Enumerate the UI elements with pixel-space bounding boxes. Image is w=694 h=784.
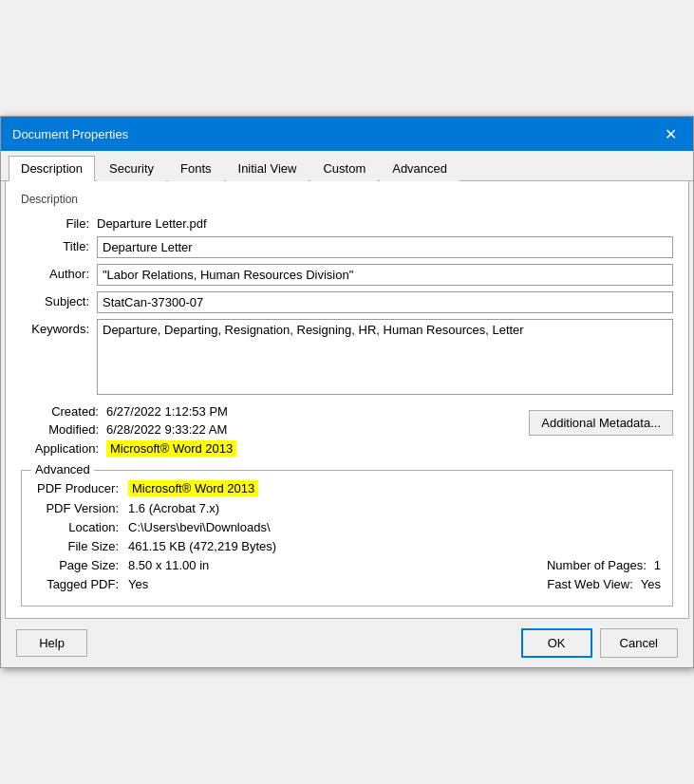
application-value: Microsoft® Word 2013 [106,440,236,457]
metadata-area: Created: 6/27/2022 1:12:53 PM Modified: … [21,404,673,460]
tab-custom[interactable]: Custom [310,156,378,181]
location-value: C:\Users\bevi\Downloads\ [128,520,271,534]
modified-value: 6/28/2022 9:33:22 AM [106,422,227,437]
keywords-input[interactable]: Departure, Departing, Resignation, Resig… [97,319,673,395]
close-button[interactable]: ✕ [659,122,682,145]
file-label: File: [21,214,97,231]
location-label: Location: [33,520,128,534]
pdf-version-value: 1.6 (Acrobat 7.x) [128,501,219,515]
file-value: Departure Letter.pdf [97,214,207,231]
page-size-left: Page Size: 8.50 x 11.00 in [33,558,414,572]
title-input[interactable] [97,236,673,258]
tab-advanced[interactable]: Advanced [380,156,460,181]
dialog-body: Description File: Departure Letter.pdf T… [5,181,689,619]
file-size-value: 461.15 KB (472,219 Bytes) [128,539,276,553]
tagged-pdf-label: Tagged PDF: [33,577,128,591]
pdf-version-label: PDF Version: [33,501,128,515]
additional-metadata-button[interactable]: Additional Metadata... [529,410,673,436]
page-size-label: Page Size: [33,558,128,572]
tagged-pdf-row: Tagged PDF: Yes Fast Web View: Yes [33,577,661,591]
file-field-row: File: Departure Letter.pdf [21,214,673,231]
file-size-label: File Size: [33,539,128,553]
subject-label: Subject: [21,291,97,308]
tab-bar: Description Security Fonts Initial View … [1,151,693,181]
created-label: Created: [21,404,106,419]
metadata-block: Created: 6/27/2022 1:12:53 PM Modified: … [21,404,529,460]
tab-fonts[interactable]: Fonts [168,156,224,181]
num-pages-value: 1 [654,558,661,572]
application-row: Application: Microsoft® Word 2013 [21,440,529,457]
description-fields: File: Departure Letter.pdf Title: Author… [21,214,673,395]
footer-right: OK Cancel [521,628,678,658]
document-properties-dialog: Document Properties ✕ Description Securi… [0,116,694,668]
ok-button[interactable]: OK [521,628,592,658]
pdf-producer-label: PDF Producer: [33,481,128,495]
subject-field-row: Subject: [21,291,673,313]
tab-description[interactable]: Description [9,156,95,181]
author-label: Author: [21,264,97,281]
help-button[interactable]: Help [16,629,87,657]
tagged-pdf-left: Tagged PDF: Yes [33,577,414,591]
keywords-label: Keywords: [21,319,97,336]
fast-web-value: Yes [641,577,661,591]
tab-security[interactable]: Security [97,156,166,181]
title-label: Title: [21,236,97,253]
created-row: Created: 6/27/2022 1:12:53 PM [21,404,529,419]
page-size-row: Page Size: 8.50 x 11.00 in Number of Pag… [33,558,661,572]
advanced-section-label: Advanced [31,462,94,476]
dialog-footer: Help OK Cancel [1,619,693,667]
modified-row: Modified: 6/28/2022 9:33:22 AM [21,422,529,437]
author-field-row: Author: [21,264,673,286]
pdf-producer-row: PDF Producer: Microsoft® Word 2013 [33,480,661,496]
keywords-field-row: Keywords: Departure, Departing, Resignat… [21,319,673,395]
dialog-title: Document Properties [12,127,128,141]
created-value: 6/27/2022 1:12:53 PM [106,404,228,419]
page-size-value: 8.50 x 11.00 in [128,558,209,572]
pdf-producer-value: Microsoft® Word 2013 [128,480,258,496]
cancel-button[interactable]: Cancel [600,628,678,658]
description-section-label: Description [21,193,673,206]
pdf-version-row: PDF Version: 1.6 (Acrobat 7.x) [33,501,661,515]
subject-input[interactable] [97,291,673,313]
title-bar: Document Properties ✕ [1,117,693,151]
tab-initial-view[interactable]: Initial View [226,156,309,181]
num-pages-right: Number of Pages: 1 [414,558,661,572]
advanced-section: Advanced PDF Producer: Microsoft® Word 2… [21,470,673,607]
fast-web-label: Fast Web View: [547,577,641,591]
fast-web-right: Fast Web View: Yes [414,577,661,591]
file-size-row: File Size: 461.15 KB (472,219 Bytes) [33,539,661,553]
num-pages-label: Number of Pages: [547,558,654,572]
tagged-pdf-value: Yes [128,577,148,591]
application-label: Application: [21,441,106,456]
author-input[interactable] [97,264,673,286]
title-field-row: Title: [21,236,673,258]
modified-label: Modified: [21,422,106,437]
location-row: Location: C:\Users\bevi\Downloads\ [33,520,661,534]
